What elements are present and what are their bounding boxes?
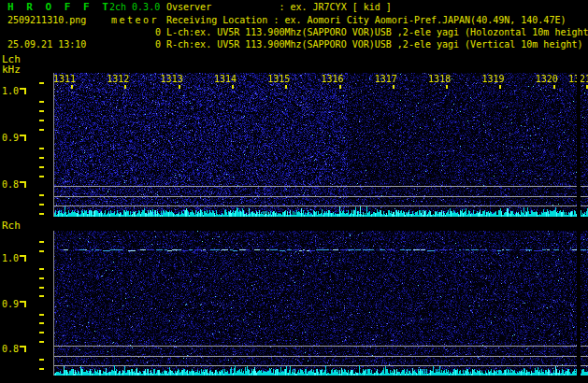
time-tick bbox=[71, 85, 73, 89]
time-tick bbox=[553, 85, 555, 89]
freq-tick bbox=[39, 82, 44, 84]
time-tick bbox=[446, 85, 448, 89]
meteor-count-bottom: 0 bbox=[108, 39, 161, 50]
time-label: 1318 bbox=[428, 74, 451, 84]
lch-spectrogram-canvas bbox=[53, 73, 588, 217]
mode-label: meteor bbox=[111, 15, 159, 26]
time-label: 1314 bbox=[214, 74, 237, 84]
time-label: 1313 bbox=[161, 74, 183, 84]
freq-tick-label: 0.8 bbox=[2, 345, 19, 354]
freq-tick bbox=[39, 287, 44, 289]
freq-tick-bracket bbox=[20, 255, 26, 262]
time-tick bbox=[339, 85, 341, 89]
freq-tick-bracket bbox=[20, 346, 26, 352]
freq-tick-label: 1.0 bbox=[2, 87, 19, 96]
time-tick bbox=[179, 85, 180, 89]
time-label: 1316 bbox=[322, 74, 344, 84]
freq-tick bbox=[39, 332, 44, 333]
freq-tick bbox=[39, 368, 44, 370]
freq-tick bbox=[39, 101, 44, 103]
time-tick bbox=[124, 85, 126, 89]
filename-label: 2509211310.png bbox=[7, 15, 86, 26]
time-label: 1317 bbox=[375, 74, 397, 84]
freq-tick bbox=[39, 194, 44, 196]
freq-tick-label: 0.9 bbox=[2, 134, 19, 143]
time-tick bbox=[285, 85, 287, 89]
datetime-label: 25.09.21 13:10 bbox=[7, 39, 86, 50]
freq-tick-bracket bbox=[20, 88, 26, 94]
time-label: 1319 bbox=[481, 74, 504, 84]
freq-tick bbox=[39, 120, 44, 121]
freq-tick bbox=[39, 250, 44, 252]
freq-tick bbox=[39, 213, 44, 215]
rch-spectrogram-panel bbox=[53, 231, 588, 376]
freq-tick bbox=[39, 359, 44, 361]
lch-info-line: L-ch:ex. UV5R 113.900Mhz(SAPPORO VOR)USB… bbox=[166, 27, 588, 38]
freq-tick bbox=[39, 341, 44, 343]
location-line: Receiving Location : ex. Aomori City Aom… bbox=[166, 15, 566, 26]
time-tick bbox=[232, 85, 234, 89]
rch-axis-label: Rch bbox=[2, 220, 21, 232]
freq-tick-label: 0.8 bbox=[2, 180, 19, 190]
freq-tick bbox=[39, 322, 44, 324]
rch-info-line: R-ch:ex. UV5R 113.900Mhz(SAPPORO VOR)USB… bbox=[166, 39, 583, 50]
freq-tick bbox=[39, 314, 44, 316]
freq-tick bbox=[39, 148, 44, 149]
freq-tick bbox=[39, 277, 44, 279]
app-title: H R O F F T bbox=[7, 2, 111, 13]
freq-tick bbox=[39, 157, 44, 159]
time-label: 1315 bbox=[267, 74, 290, 84]
time-label: 1311 bbox=[53, 74, 76, 84]
time-label: 1320 bbox=[536, 74, 558, 84]
meteor-count-top: 0 bbox=[108, 27, 161, 38]
write-cursor-gap bbox=[577, 231, 581, 376]
lch-spectrogram-panel: 1311131213131314131513161317131813191320… bbox=[53, 73, 588, 217]
time-tick bbox=[393, 85, 394, 89]
time-label: 1312 bbox=[107, 74, 129, 84]
freq-tick-bracket bbox=[20, 301, 26, 307]
khz-unit-label: kHz bbox=[2, 64, 21, 76]
hrofft-window: H R O F F T 2ch 0.3.0 2509211310.png met… bbox=[0, 0, 588, 383]
observer-line: Ovserver : ex. JR7CYX [ kid ] bbox=[166, 2, 392, 13]
time-tick bbox=[499, 85, 501, 89]
freq-tick-label: 1.0 bbox=[2, 254, 19, 263]
freq-tick bbox=[39, 241, 44, 243]
rch-spectrogram-canvas bbox=[53, 231, 588, 376]
freq-tick bbox=[39, 268, 44, 270]
freq-tick bbox=[39, 129, 44, 131]
freq-tick bbox=[39, 204, 44, 206]
channel-version-label: 2ch 0.3.0 bbox=[109, 2, 160, 13]
write-cursor-gap bbox=[577, 73, 581, 217]
freq-tick bbox=[39, 176, 44, 177]
freq-tick bbox=[39, 295, 44, 297]
freq-tick-label: 0.9 bbox=[2, 300, 19, 309]
freq-tick-bracket bbox=[20, 181, 26, 188]
freq-tick-bracket bbox=[20, 135, 26, 141]
freq-tick bbox=[39, 110, 44, 112]
freq-tick bbox=[39, 166, 44, 168]
